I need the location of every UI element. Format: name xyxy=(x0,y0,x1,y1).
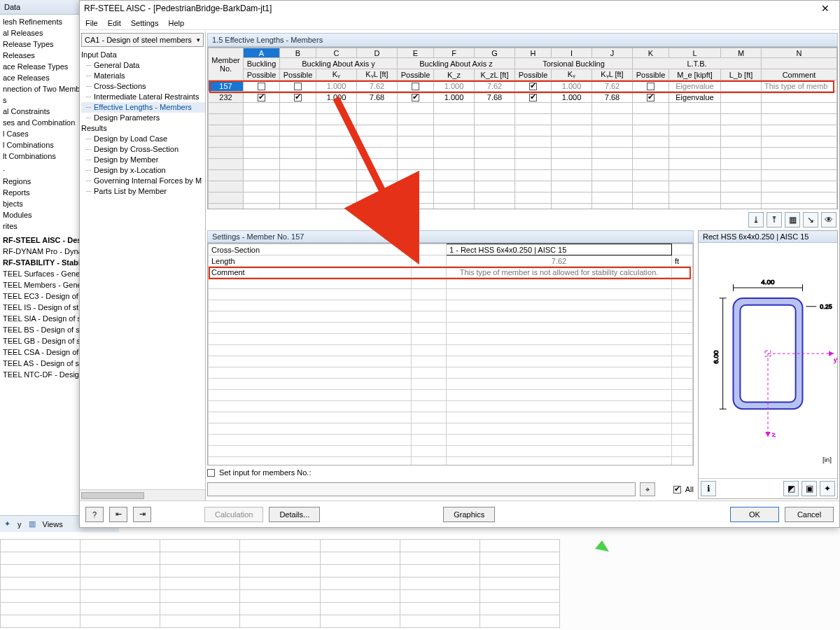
checkbox[interactable] xyxy=(294,83,302,90)
svg-marker-14 xyxy=(829,351,834,356)
background-table xyxy=(0,539,560,630)
checkbox[interactable] xyxy=(412,83,419,90)
nav-item[interactable]: Design by Load Case xyxy=(81,134,205,144)
svg-marker-17 xyxy=(765,432,771,437)
titlebar: RF-STEEL AISC - [PedestrianBridge-BarkDa… xyxy=(80,1,839,16)
rf-steel-dialog: RF-STEEL AISC - [PedestrianBridge-BarkDa… xyxy=(79,0,840,528)
nav-item[interactable]: Design by x-Location xyxy=(81,165,205,176)
main-title: 1.5 Effective Lengths - Members xyxy=(207,33,838,47)
details-button[interactable]: Details... xyxy=(269,507,320,522)
checkbox[interactable] xyxy=(647,94,654,102)
checkbox[interactable] xyxy=(647,83,654,90)
svg-text:6.00: 6.00 xyxy=(712,350,720,364)
svg-text:y: y xyxy=(834,356,837,363)
nav-item[interactable]: Parts List by Member xyxy=(81,186,205,197)
nav-item[interactable]: Design by Member xyxy=(81,155,205,165)
background-3d-viewport xyxy=(560,532,840,630)
nav-hscroll[interactable] xyxy=(80,489,205,500)
checkbox[interactable] xyxy=(529,94,537,102)
checkbox[interactable] xyxy=(529,83,537,90)
view-icon[interactable]: 👁 xyxy=(821,212,836,227)
view3-icon[interactable]: ✦ xyxy=(820,481,835,496)
checkbox[interactable] xyxy=(412,94,419,102)
prev-icon[interactable]: ⇤ xyxy=(109,507,127,522)
close-icon[interactable]: ✕ xyxy=(816,3,835,14)
nav-item[interactable]: Cross-Sections xyxy=(81,81,205,92)
checkbox[interactable] xyxy=(258,83,265,90)
set-input-checkbox[interactable] xyxy=(207,469,215,477)
pick-members-icon[interactable]: ⌖ xyxy=(640,482,655,496)
pick-icon[interactable]: ↘ xyxy=(803,212,818,227)
menu-settings[interactable]: Settings xyxy=(131,19,159,27)
export-excel-icon[interactable]: ⤓ xyxy=(748,212,764,227)
dialog-footer: ? ⇤ ⇥ Calculation Details... Graphics OK… xyxy=(80,500,839,527)
preview-title: Rect HSS 6x4x0.250 | AISC 15 xyxy=(699,231,837,243)
next-icon[interactable]: ⇥ xyxy=(133,507,151,522)
axis-icon: ✦ xyxy=(4,519,10,528)
svg-text:z: z xyxy=(772,430,776,438)
grid-toolbar: ⤓ ⤒ ▦ ↘ 👁 xyxy=(207,209,838,230)
checkbox[interactable] xyxy=(294,94,302,102)
info-icon[interactable]: ℹ xyxy=(701,481,716,496)
nav-item[interactable]: Governing Internal Forces by M xyxy=(81,176,205,186)
window-title: RF-STEEL AISC - [PedestrianBridge-BarkDa… xyxy=(84,4,272,13)
chevron-down-icon: ▾ xyxy=(197,36,200,43)
calculation-button[interactable]: Calculation xyxy=(204,507,263,522)
settings-grid[interactable]: Cross-Section1 - Rect HSS 6x4x0.250 | AI… xyxy=(207,243,694,465)
svg-marker-0 xyxy=(595,540,609,552)
ok-button[interactable]: OK xyxy=(730,507,779,522)
section-preview: Rect HSS 6x4x0.250 | AISC 15 4.00 6.00 0… xyxy=(698,230,838,499)
help-icon[interactable]: ? xyxy=(85,507,104,522)
settings-title: Settings - Member No. 157 xyxy=(207,230,694,243)
menu-file[interactable]: File xyxy=(85,19,98,27)
view1-icon[interactable]: ◩ xyxy=(783,481,799,496)
nav-item[interactable]: Design Parameters xyxy=(81,113,205,123)
all-checkbox[interactable] xyxy=(673,486,681,493)
import-excel-icon[interactable]: ⤒ xyxy=(766,212,782,227)
graphics-button[interactable]: Graphics xyxy=(443,507,495,522)
svg-text:0.25: 0.25 xyxy=(820,303,832,310)
nav-item[interactable]: General Data xyxy=(81,60,205,71)
nav-item[interactable]: Effective Lengths - Members xyxy=(81,102,205,113)
menu-help[interactable]: Help xyxy=(168,19,184,27)
case-combo[interactable]: CA1 - Design of steel members ▾ xyxy=(81,33,204,47)
main-area: 1.5 Effective Lengths - Members MemberNo… xyxy=(206,31,839,500)
cancel-button[interactable]: Cancel xyxy=(785,507,834,522)
set-input-field[interactable] xyxy=(207,482,636,496)
svg-text:[in]: [in] xyxy=(822,456,832,463)
nav-item[interactable]: Design by Cross-Section xyxy=(81,144,205,155)
views-icon[interactable]: ▥ xyxy=(29,519,36,528)
nav-item[interactable]: Materials xyxy=(81,71,205,81)
filter-icon[interactable]: ▦ xyxy=(785,212,800,227)
set-input-label: Set input for members No.: xyxy=(219,468,311,477)
nav-tree[interactable]: Input DataGeneral DataMaterialsCross-Sec… xyxy=(80,48,205,489)
section-svg: 4.00 6.00 0.25 y xyxy=(699,243,837,478)
nav-column: CA1 - Design of steel members ▾ Input Da… xyxy=(80,31,206,500)
view2-icon[interactable]: ▣ xyxy=(802,481,817,496)
checkbox[interactable] xyxy=(258,94,265,102)
menubar: FileEditSettingsHelp xyxy=(80,16,839,30)
svg-text:4.00: 4.00 xyxy=(761,278,775,286)
nav-item[interactable]: Intermediate Lateral Restraints xyxy=(81,92,205,102)
members-grid[interactable]: MemberNo.ABCDEFGHIJKLMNBucklingBuckling … xyxy=(207,47,838,209)
menu-edit[interactable]: Edit xyxy=(108,19,121,27)
